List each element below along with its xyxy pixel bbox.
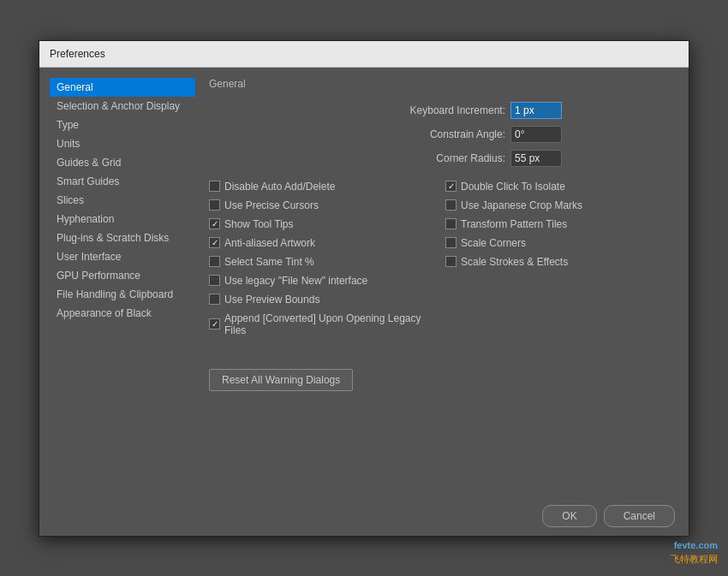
sidebar-item[interactable]: Guides & Grid [50, 153, 195, 172]
dialog-title: Preferences [50, 48, 105, 60]
checkbox-box [445, 237, 456, 248]
sidebar-item[interactable]: Appearance of Black [50, 304, 195, 323]
sidebar-item[interactable]: Smart Guides [50, 172, 195, 191]
corner-radius-row: Corner Radius: [209, 150, 665, 167]
checkbox-box [209, 199, 220, 211]
constrain-angle-input[interactable] [510, 126, 562, 143]
checkbox-label: Anti-aliased Artwork [224, 237, 315, 249]
dialog-titlebar: Preferences [39, 41, 689, 68]
checkbox-row[interactable]: Show Tool Tips [209, 218, 428, 230]
ok-button[interactable]: OK [542, 505, 596, 527]
checkbox-box [209, 256, 220, 267]
checkbox-row[interactable]: Anti-aliased Artwork [209, 237, 428, 249]
sidebar-item[interactable]: GPU Performance [50, 266, 195, 285]
keyboard-increment-row: Keyboard Increment: [209, 102, 665, 119]
checkbox-col-right: Double Click To IsolateUse Japanese Crop… [445, 181, 665, 336]
checkbox-box [209, 294, 220, 305]
checkbox-label: Scale Corners [461, 237, 526, 249]
checkbox-row[interactable]: Use legacy "File New" interface [209, 275, 428, 287]
main-content: General Keyboard Increment: Constrain An… [195, 78, 678, 486]
checkbox-label: Transform Pattern Tiles [461, 218, 567, 230]
checkbox-label: Use legacy "File New" interface [224, 275, 367, 287]
sidebar-item[interactable]: User Interface [50, 247, 195, 266]
sidebar-item[interactable]: Hyphenation [50, 210, 195, 229]
checkbox-box [445, 199, 456, 211]
sidebar-item[interactable]: Selection & Anchor Display [50, 97, 195, 116]
checkbox-row[interactable]: Use Japanese Crop Marks [445, 199, 665, 211]
preferences-dialog: Preferences GeneralSelection & Anchor Di… [39, 40, 689, 537]
sidebar-item[interactable]: Units [50, 134, 195, 153]
sidebar-item[interactable]: File Handling & Clipboard [50, 285, 195, 304]
checkbox-label: Scale Strokes & Effects [461, 256, 568, 268]
sidebar: GeneralSelection & Anchor DisplayTypeUni… [50, 78, 195, 486]
checkbox-label: Disable Auto Add/Delete [224, 181, 335, 193]
reset-button-container: Reset All Warning Dialogs [209, 352, 665, 391]
sidebar-item[interactable]: Type [50, 116, 195, 134]
dialog-footer: OK Cancel [39, 496, 689, 536]
checkbox-box [445, 181, 456, 192]
cancel-button[interactable]: Cancel [604, 505, 675, 527]
watermark: fevte.com 飞特教程网 [671, 539, 718, 566]
checkbox-row[interactable]: Use Precise Cursors [209, 199, 428, 211]
checkbox-row[interactable]: Transform Pattern Tiles [445, 218, 665, 230]
checkbox-label: Use Preview Bounds [224, 294, 319, 306]
checkbox-row[interactable]: Scale Strokes & Effects [445, 256, 665, 268]
keyboard-increment-input[interactable] [510, 102, 562, 119]
section-title: General [209, 78, 665, 90]
constrain-angle-label: Constrain Angle: [430, 128, 505, 140]
checkbox-label: Use Precise Cursors [224, 199, 319, 211]
checkbox-row[interactable]: Append [Converted] Upon Opening Legacy F… [209, 312, 428, 336]
checkbox-row[interactable]: Use Preview Bounds [209, 294, 428, 306]
watermark-site: fevte.com [674, 540, 718, 550]
checkbox-box [445, 218, 456, 229]
checkbox-label: Use Japanese Crop Marks [461, 199, 582, 211]
checkbox-row[interactable]: Scale Corners [445, 237, 665, 249]
checkbox-label: Show Tool Tips [224, 218, 294, 230]
checkbox-box [209, 237, 220, 248]
checkbox-box [445, 256, 456, 267]
checkbox-row[interactable]: Double Click To Isolate [445, 181, 665, 193]
sidebar-item[interactable]: General [50, 78, 195, 97]
checkbox-box [209, 275, 220, 286]
checkbox-box [209, 318, 220, 330]
dialog-body: GeneralSelection & Anchor DisplayTypeUni… [39, 68, 689, 496]
watermark-chinese: 飞特教程网 [671, 554, 718, 564]
sidebar-item[interactable]: Plug-ins & Scratch Disks [50, 229, 195, 247]
checkbox-row[interactable]: Disable Auto Add/Delete [209, 181, 428, 193]
checkbox-box [209, 218, 220, 229]
keyboard-increment-label: Keyboard Increment: [410, 104, 505, 116]
checkbox-box [209, 181, 220, 192]
checkbox-label: Double Click To Isolate [461, 181, 565, 193]
constrain-angle-row: Constrain Angle: [209, 126, 665, 143]
checkbox-label: Append [Converted] Upon Opening Legacy F… [224, 312, 428, 336]
reset-all-warnings-button[interactable]: Reset All Warning Dialogs [209, 369, 353, 391]
checkboxes-area: Disable Auto Add/DeleteUse Precise Curso… [209, 181, 665, 336]
checkbox-col-left: Disable Auto Add/DeleteUse Precise Curso… [209, 181, 428, 336]
corner-radius-input[interactable] [510, 150, 562, 167]
checkbox-row[interactable]: Select Same Tint % [209, 256, 428, 268]
sidebar-item[interactable]: Slices [50, 191, 195, 210]
corner-radius-label: Corner Radius: [436, 152, 505, 164]
checkbox-label: Select Same Tint % [224, 256, 314, 268]
